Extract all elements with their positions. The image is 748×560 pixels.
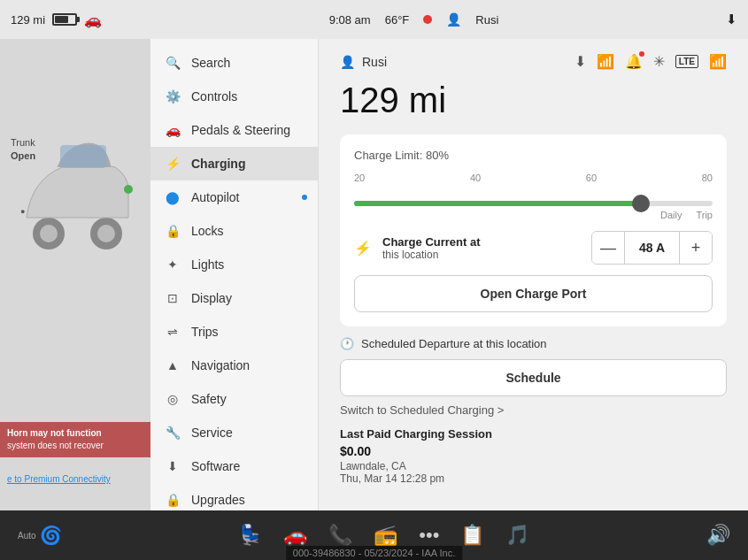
bell-icon: 🔔 [625, 53, 643, 70]
nav-item-service[interactable]: 🔧 Service [150, 416, 318, 449]
phone-icon[interactable]: 📞 [328, 524, 352, 547]
autopilot-dot [302, 195, 307, 200]
status-left: 129 mi 🚗 [11, 12, 102, 28]
nav-item-pedals[interactable]: 🚗 Pedals & Steering [150, 113, 318, 147]
nav-label-charging: Charging [191, 157, 245, 171]
wifi-icon: 📶 [597, 53, 614, 70]
nav-label-software: Software [191, 459, 240, 473]
horn-warning: Horn may not function system does not re… [0, 422, 150, 457]
slider-sublabels: Daily Trip [354, 210, 713, 220]
last-session-amount: $0.00 [340, 444, 727, 458]
nav-item-safety[interactable]: ◎ Safety [150, 382, 318, 416]
nav-label-navigation: Navigation [191, 358, 250, 372]
upgrade-link[interactable]: e to Premium Connectivity [7, 474, 111, 484]
slider-mark-20: 20 [354, 173, 365, 183]
mileage-display: 129 mi [11, 13, 45, 27]
scheduled-label: Scheduled Departure at this location [361, 337, 547, 350]
slider-thumb [632, 195, 650, 212]
switch-charging-link[interactable]: Switch to Scheduled Charging > [340, 403, 727, 417]
nav-item-search[interactable]: 🔍 Search [150, 46, 318, 80]
charge-current-sub: this location [382, 249, 581, 261]
menu-dots-icon[interactable]: ••• [419, 524, 439, 547]
schedule-button[interactable]: Schedule [340, 359, 727, 396]
trips-icon: ⇌ [165, 325, 181, 339]
autopilot-icon: ⬤ [165, 190, 181, 204]
svg-text:●: ● [20, 207, 25, 216]
download-icon: ⬇ [726, 12, 737, 27]
mileage-main: 129 mi [340, 81, 727, 120]
increment-button[interactable]: + [680, 232, 712, 264]
battery-icon [52, 13, 77, 26]
nav-label-trips: Trips [191, 325, 219, 339]
bluetooth-icon: ✳ [653, 53, 665, 70]
trip-label: Trip [696, 210, 713, 220]
scheduled-section: 🕐 Scheduled Departure at this location S… [340, 337, 727, 417]
person-icon-status: 👤 [446, 12, 461, 27]
nav-item-trips[interactable]: ⇌ Trips [150, 315, 318, 349]
time-display: 9:08 am [329, 13, 371, 27]
taskbar-left: Auto 🌀 [18, 525, 62, 546]
slider-mark-60: 60 [586, 173, 597, 183]
nav-label-autopilot: Autopilot [191, 190, 239, 204]
software-icon: ⬇ [165, 459, 181, 473]
last-session-location: Lawndale, CA [340, 460, 727, 472]
nav-item-lights[interactable]: ✦ Lights [150, 248, 318, 281]
decrement-button[interactable]: — [592, 232, 624, 264]
charge-slider[interactable] [354, 201, 713, 206]
signal-icon: 📶 [709, 53, 727, 70]
watermark: 000-39486830 - 05/23/2024 - IAA Inc. [286, 546, 462, 560]
controls-icon: ⚙️ [165, 89, 181, 104]
climate-fan-icon[interactable]: 🌀 [40, 525, 62, 546]
nav-item-software[interactable]: ⬇ Software [150, 449, 318, 483]
charge-card: Charge Limit: 80% 20 40 60 80 Daily Trip… [340, 134, 727, 326]
nav-item-controls[interactable]: ⚙️ Controls [150, 80, 318, 113]
lights-icon: ✦ [165, 257, 181, 272]
daily-label: Daily [660, 210, 682, 220]
nav-item-charging[interactable]: ⚡ Charging [150, 147, 318, 180]
open-charge-port-button[interactable]: Open Charge Port [354, 275, 713, 312]
user-name-status: Rusi [475, 13, 498, 27]
auto-label: Auto [18, 531, 36, 541]
status-bar: 129 mi 🚗 9:08 am 66°F 👤 Rusi ⬇ [0, 0, 748, 39]
nav-item-navigation[interactable]: ▲ Navigation [150, 349, 318, 382]
nav-item-locks[interactable]: 🔒 Locks [150, 214, 318, 248]
content-area: 👤 Rusi ⬇ 📶 🔔 ✳ LTE 📶 129 mi Charge Limit… [319, 39, 748, 510]
svg-point-5 [124, 185, 133, 194]
slider-fill [354, 201, 641, 206]
scheduled-header: 🕐 Scheduled Departure at this location [340, 337, 727, 350]
charge-value: 48 A [624, 232, 680, 264]
clock-icon: 🕐 [340, 337, 354, 350]
slider-labels: 20 40 60 80 [354, 173, 713, 183]
nav-label-controls: Controls [191, 89, 237, 104]
notes-icon[interactable]: 📋 [460, 524, 484, 547]
nav-item-autopilot[interactable]: ⬤ Autopilot [150, 180, 318, 214]
taskbar-right: 🔊 [706, 524, 730, 547]
nav-item-upgrades[interactable]: 🔒 Upgrades [150, 483, 318, 517]
spotify-icon[interactable]: 🎵 [505, 524, 529, 547]
bolt-icon: ⚡ [354, 240, 372, 257]
nav-label-lights: Lights [191, 257, 224, 272]
status-right: ⬇ [726, 12, 737, 27]
svg-point-1 [40, 225, 58, 242]
temperature-display: 66°F [385, 13, 410, 27]
charge-current-info: Charge Current at this location [382, 235, 581, 261]
person-icon: 👤 [340, 55, 355, 69]
volume-icon[interactable]: 🔊 [706, 524, 730, 547]
lte-badge: LTE [675, 55, 698, 68]
nav-label-pedals: Pedals & Steering [191, 123, 290, 137]
safety-icon: ◎ [165, 392, 181, 406]
charge-current-title: Charge Current at [382, 235, 581, 249]
pedals-icon: 🚗 [165, 123, 181, 137]
music-icon[interactable]: 📻 [374, 524, 397, 547]
nav-label-service: Service [191, 426, 233, 440]
download-icon-header: ⬇ [574, 53, 586, 70]
service-icon: 🔧 [165, 426, 181, 440]
nav-item-display[interactable]: ⊡ Display [150, 281, 318, 315]
seatbelt-icon[interactable]: 💺 [238, 524, 262, 547]
lock-taskbar-icon[interactable]: 🚗 [283, 524, 307, 547]
nav-label-search: Search [191, 56, 230, 70]
locks-icon: 🔒 [165, 224, 181, 238]
slider-mark-80: 80 [702, 173, 713, 183]
last-session-title: Last Paid Charging Session [340, 427, 727, 441]
left-panel: Trunk Open ● Horn may not function syste… [0, 39, 150, 510]
